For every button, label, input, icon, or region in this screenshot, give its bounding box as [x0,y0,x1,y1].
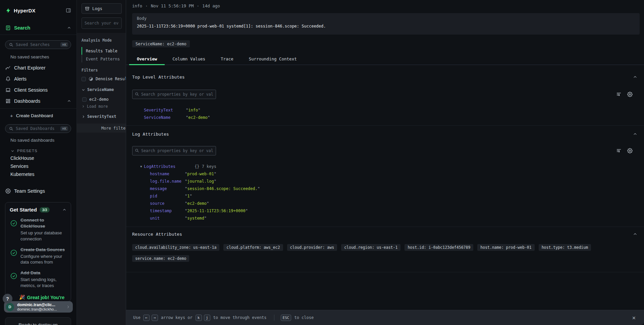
sidebar-item-client-sessions[interactable]: Client Sessions [0,84,76,95]
get-started-step-add-data[interactable]: Add Data Start sending logs, metrics, or… [10,270,66,288]
dot-separator: · [145,3,148,8]
attribute-key[interactable]: log.file.name [132,179,185,184]
attribute-value[interactable]: ec2-demo [186,115,210,120]
presets-toggle[interactable]: PRESETS [0,147,76,154]
collapse-sidebar-icon[interactable] [66,8,71,13]
filter-group-severitytext[interactable]: SeverityText [82,114,116,119]
j-key: j [204,315,210,321]
attribute-value[interactable]: session-846.scope: Succeeded. [185,186,260,191]
get-started-header[interactable]: Get Started 3/3 [10,207,66,213]
service-name-tag[interactable]: ServiceName: ec2-demo [132,40,190,47]
saved-dashboards-input[interactable]: Saved Dashboards ⌘K [5,124,71,133]
more-filters-button[interactable]: More filters [77,124,126,133]
sidebar-item-team-settings[interactable]: Team Settings [0,187,76,195]
user-menu[interactable]: D dominic.tran@clic... dominic.tran@clic… [4,301,73,313]
help-button[interactable]: ? [3,294,12,304]
gear-icon [5,188,11,194]
tab-column-values[interactable]: Column Values [165,54,213,64]
properties-search-input[interactable] [132,90,216,99]
check-circle-icon [10,220,17,242]
resource-tag[interactable]: host.id: i-0abc123def456789 [405,244,473,251]
attribute-row: ServiceName ec2-demo [132,114,637,121]
attribute-value[interactable]: prod-web-01 [185,172,216,176]
attribute-key[interactable]: source [132,201,185,206]
resource-tag[interactable]: host.type: t3.medium [539,244,591,251]
resource-tag[interactable]: service.name: ec2-demo [132,255,189,262]
sidebar-item-search[interactable]: Search [0,24,76,32]
sidebar-item-alerts[interactable]: Alerts [0,73,76,84]
load-more-button[interactable]: Load more [82,104,108,109]
footer-separator [274,315,274,321]
preset-clickhouse[interactable]: ClickHouse [0,154,76,162]
app-header: HyperDX [0,0,76,15]
gear-icon[interactable] [627,148,633,153]
deploy-banner[interactable]: Ready to deploy on [5,317,71,325]
mode-results-table[interactable]: Results Table [86,49,117,53]
resource-tag[interactable]: cloud.availability_zone: us-east-1a [132,244,219,251]
preset-label: Services [10,164,29,169]
resource-tag[interactable]: cloud.region: us-east-1 [341,244,400,251]
attribute-key[interactable]: hostname [132,172,185,176]
ec2-demo-checkbox[interactable] [82,97,87,102]
attribute-value[interactable]: 2025-11-11T23:56:19+0000 [185,208,248,213]
resource-tag[interactable]: cloud.platform: aws_ec2 [223,244,283,251]
wrap-lines-icon[interactable] [616,148,622,153]
attribute-value[interactable]: info [186,108,200,112]
sidebar-item-chart-explorer[interactable]: Chart Explorer [0,62,76,73]
chevron-up-icon[interactable] [67,26,71,30]
chevron-up-icon[interactable] [633,75,637,79]
events-search-input[interactable] [82,17,122,29]
body-content: 2025-11-11T23:56:19+0000 prod-web-01 sys… [137,24,635,29]
close-icon[interactable]: ✕ [632,314,636,321]
resource-tags: cloud.availability_zone: us-east-1a clou… [132,244,637,262]
filter-value-ec2-demo[interactable]: ec2-demo [82,97,109,102]
attribute-value[interactable]: ec2-demo [185,201,209,206]
mode-event-patterns[interactable]: Event Patterns [86,57,120,61]
attribute-key[interactable]: LogAttributes [144,164,195,169]
service-name-tag-label: ServiceName: ec2-demo [136,42,186,46]
footer-hint-move: to move through events [213,315,267,320]
chevron-up-icon[interactable] [67,99,71,103]
wrap-lines-icon[interactable] [616,92,622,97]
section-top-level-attributes: Top Level Attributes [126,66,644,126]
create-dashboard-button[interactable]: + Create Dashboard [0,111,76,120]
chevron-up-icon[interactable] [62,208,66,212]
attribute-key[interactable]: ServiceName [132,115,186,120]
resource-tag[interactable]: cloud.provider: aws [287,244,337,251]
attribute-value[interactable]: 1 [185,194,192,198]
footer-hint-use: Use [133,315,141,320]
tab-trace[interactable]: Trace [213,54,241,64]
properties-search-input[interactable] [132,146,216,155]
deploy-banner-text: Ready to deploy on [18,322,57,325]
attribute-key[interactable]: SeverityText [132,108,186,112]
more-filters-label: More filters [101,126,126,131]
gear-icon[interactable] [627,92,633,97]
preset-services[interactable]: Services [0,162,76,170]
resource-tag[interactable]: host.name: prod-web-01 [477,244,534,251]
severity-text: info [132,3,142,8]
chevron-up-icon[interactable] [633,132,637,136]
saved-searches-input[interactable]: Saved Searches ⌘K [5,40,71,49]
attribute-value[interactable]: journal.log [185,179,216,184]
attribute-key[interactable]: message [132,186,185,191]
arrow-left-key: ← [143,315,150,321]
sidebar-item-dashboards[interactable]: Dashboards [0,95,76,106]
attribute-value[interactable]: systemd [185,216,207,221]
caret-down-icon[interactable]: ▼ [132,165,144,168]
attribute-row: pid 1 [132,192,637,200]
tab-overview[interactable]: Overview [129,54,165,64]
denoise-filter-row[interactable]: Denoise Results [82,77,132,81]
source-selector-button[interactable]: Logs [82,3,122,14]
mode-rail-active [82,47,82,55]
attribute-key[interactable]: timestamp [132,208,185,213]
preset-kubernetes[interactable]: Kubernetes [0,170,76,178]
chevron-up-icon[interactable] [633,232,637,236]
attribute-key[interactable]: unit [132,216,185,221]
attribute-key[interactable]: pid [132,194,185,198]
tab-surrounding-context[interactable]: Surrounding Context [241,54,305,64]
get-started-step-connect[interactable]: Connect to ClickHouse Set up your databa… [10,217,66,242]
chevron-down-icon [82,88,85,92]
filter-group-servicename[interactable]: ServiceName [82,87,114,92]
get-started-step-sources[interactable]: Create Data Sources Configure where your… [10,247,66,265]
denoise-checkbox[interactable] [82,77,86,81]
